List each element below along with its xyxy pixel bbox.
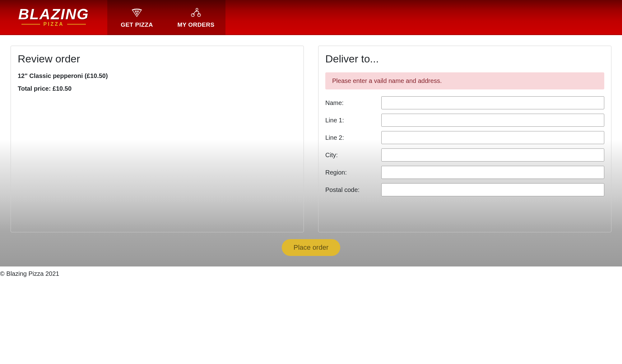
nav-my-orders[interactable]: MY ORDERS xyxy=(166,0,225,35)
svg-point-1 xyxy=(137,11,139,12)
label-postal: Postal code: xyxy=(325,186,381,193)
review-order-heading: Review order xyxy=(18,53,297,65)
input-postal[interactable] xyxy=(381,183,604,196)
deliver-to-panel: Deliver to... Please enter a vaild name … xyxy=(318,46,611,232)
brand-logo[interactable]: BLAZING PIZZA xyxy=(0,0,107,35)
order-total: Total price: £10.50 xyxy=(18,85,297,92)
nav-my-orders-label: MY ORDERS xyxy=(177,21,214,28)
brand-logo-sub-wrap: PIZZA xyxy=(21,21,86,27)
delivery-bike-icon xyxy=(190,7,202,20)
nav-get-pizza-label: GET PIZZA xyxy=(121,21,153,28)
order-total-label: Total price: xyxy=(18,85,51,92)
logo-line-left xyxy=(21,24,40,25)
brand-logo-sub: PIZZA xyxy=(43,21,64,27)
place-order-wrap: Place order xyxy=(11,239,611,256)
input-line1[interactable] xyxy=(381,114,604,127)
svg-point-2 xyxy=(136,13,137,14)
label-name: Name: xyxy=(325,99,381,107)
pizza-slice-icon xyxy=(131,7,143,20)
field-line2: Line 2: xyxy=(325,131,604,144)
label-line1: Line 1: xyxy=(325,117,381,124)
footer-copyright: © Blazing Pizza 2021 xyxy=(0,266,622,277)
field-region: Region: xyxy=(325,166,604,179)
nav-get-pizza[interactable]: GET PIZZA xyxy=(107,0,166,35)
label-region: Region: xyxy=(325,169,381,176)
field-postal: Postal code: xyxy=(325,183,604,196)
order-total-value: £10.50 xyxy=(53,85,72,92)
label-line2: Line 2: xyxy=(325,134,381,141)
panels-row: Review order 12" Classic pepperoni (£10.… xyxy=(11,46,611,232)
field-name: Name: xyxy=(325,96,604,109)
brand-logo-main: BLAZING xyxy=(18,8,89,21)
svg-point-5 xyxy=(196,8,198,11)
field-city: City: xyxy=(325,148,604,162)
input-name[interactable] xyxy=(381,96,604,109)
top-bar: BLAZING PIZZA GET PIZZA xyxy=(0,0,622,35)
main-content: Review order 12" Classic pepperoni (£10.… xyxy=(0,35,622,266)
input-city[interactable] xyxy=(381,148,604,162)
field-line1: Line 1: xyxy=(325,114,604,127)
order-item: 12" Classic pepperoni (£10.50) xyxy=(18,72,297,80)
svg-point-0 xyxy=(135,11,137,12)
logo-line-right xyxy=(67,24,86,25)
validation-error-alert: Please enter a vaild name and address. xyxy=(325,72,604,89)
review-order-panel: Review order 12" Classic pepperoni (£10.… xyxy=(11,46,304,232)
label-city: City: xyxy=(325,152,381,159)
input-region[interactable] xyxy=(381,166,604,179)
input-line2[interactable] xyxy=(381,131,604,144)
deliver-to-heading: Deliver to... xyxy=(325,53,604,65)
place-order-button[interactable]: Place order xyxy=(282,239,341,256)
